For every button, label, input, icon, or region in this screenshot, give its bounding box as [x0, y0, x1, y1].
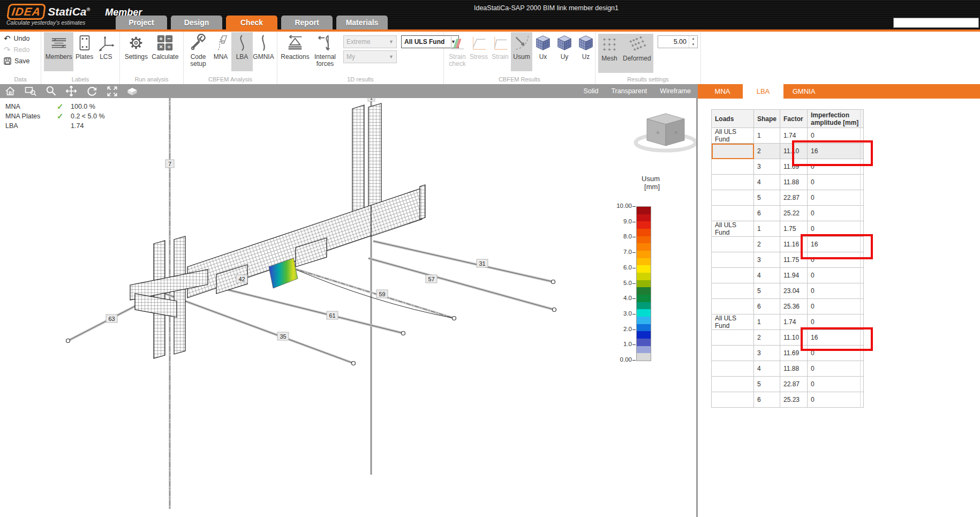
cell-factor[interactable]: 1.74 [780, 128, 808, 144]
cell-factor[interactable]: 1.74 [780, 314, 808, 330]
cell-loads[interactable]: All ULS Fund [712, 128, 754, 144]
panel-tab-gmnia[interactable]: GMNIA [783, 84, 824, 99]
cell-factor[interactable]: 11.10 [780, 330, 808, 346]
undo-button[interactable]: ↶Undo [4, 33, 37, 43]
view-mode-wireframe[interactable]: Wireframe [660, 87, 691, 95]
rotate-button[interactable] [81, 84, 102, 98]
plates-button[interactable]: Plates [73, 32, 95, 71]
cell-imperfection[interactable]: 0 [808, 159, 864, 175]
cell-imperfection[interactable]: 0 [808, 361, 864, 377]
cell-shape[interactable]: 5 [754, 283, 780, 299]
cell-shape[interactable]: 3 [754, 252, 780, 268]
cell-imperfection[interactable]: 0 [808, 128, 864, 144]
cell-shape[interactable]: 6 [754, 206, 780, 221]
search-input[interactable] [893, 18, 979, 28]
cell-imperfection[interactable]: 0 [808, 221, 864, 237]
cell-loads[interactable] [712, 392, 754, 408]
mna-button[interactable]: MNA [210, 32, 231, 71]
cell-shape[interactable]: 2 [754, 144, 780, 159]
cell-shape[interactable]: 1 [754, 221, 780, 237]
strain-check-button[interactable]: Strain check [447, 32, 468, 71]
cell-factor[interactable]: 25.22 [780, 206, 808, 221]
cell-imperfection[interactable]: 0 [808, 190, 864, 206]
cell-imperfection[interactable]: 0 [808, 283, 864, 299]
cell-factor[interactable]: 11.69 [780, 159, 808, 175]
cell-loads[interactable] [712, 144, 754, 159]
cell-factor[interactable]: 11.88 [780, 361, 808, 377]
cell-imperfection[interactable]: 0 [808, 314, 864, 330]
cell-loads[interactable] [712, 361, 754, 377]
cell-imperfection[interactable]: 16 [808, 144, 864, 159]
cell-shape[interactable]: 5 [754, 377, 780, 392]
cell-loads[interactable] [712, 237, 754, 252]
cell-factor[interactable]: 22.87 [780, 190, 808, 206]
cell-imperfection[interactable]: 16 [808, 237, 864, 252]
cell-loads[interactable] [712, 159, 754, 175]
reactions-button[interactable]: Reactions [280, 32, 310, 71]
panel-tab-mna[interactable]: MNA [702, 84, 743, 99]
cell-shape[interactable]: 3 [754, 159, 780, 175]
cell-factor[interactable]: 11.75 [780, 252, 808, 268]
clipping-box-button[interactable] [122, 84, 142, 98]
cell-shape[interactable]: 2 [754, 237, 780, 252]
cell-shape[interactable]: 5 [754, 190, 780, 206]
tab-check[interactable]: Check [226, 16, 277, 29]
save-button[interactable]: Save [4, 56, 37, 66]
cell-imperfection[interactable]: 0 [808, 299, 864, 314]
my-dropdown[interactable]: My▼ [343, 50, 397, 63]
model-canvas[interactable]: 7 1 42 31 57 59 61 35 63 -X -Y [0, 98, 697, 517]
cell-loads[interactable]: All ULS Fund [712, 314, 754, 330]
uz-button[interactable]: Uz [575, 32, 597, 71]
tab-materials[interactable]: Materials [336, 16, 388, 29]
cell-shape[interactable]: 1 [754, 128, 780, 144]
cell-loads[interactable] [712, 268, 754, 283]
cell-loads[interactable] [712, 299, 754, 314]
redo-button[interactable]: ↷Redo [4, 44, 37, 55]
cell-factor[interactable]: 11.10 [780, 144, 808, 159]
cell-loads[interactable] [712, 283, 754, 299]
cell-factor[interactable]: 11.16 [780, 237, 808, 252]
usum-button[interactable]: Usum [511, 32, 532, 71]
deformation-scale-spinner[interactable]: 5.00 ▲▼ [658, 35, 698, 48]
zoom-window-button[interactable] [20, 84, 41, 98]
cell-imperfection[interactable]: 0 [808, 175, 864, 190]
cell-loads[interactable] [712, 330, 754, 346]
cell-imperfection[interactable]: 16 [808, 330, 864, 346]
internal-forces-button[interactable]: Internal forces [310, 32, 340, 71]
cell-loads[interactable] [712, 346, 754, 361]
cell-imperfection[interactable]: 0 [808, 392, 864, 408]
cell-factor[interactable]: 11.88 [780, 175, 808, 190]
deformed-toggle-button[interactable]: Deformed [621, 34, 653, 71]
cell-loads[interactable] [712, 252, 754, 268]
cell-shape[interactable]: 3 [754, 346, 780, 361]
code-setup-button[interactable]: Code setup [186, 32, 210, 71]
strain-button[interactable]: Strain [489, 32, 511, 71]
view-mode-transparent[interactable]: Transparent [611, 87, 647, 95]
cell-factor[interactable]: 1.75 [780, 221, 808, 237]
cell-loads[interactable] [712, 206, 754, 221]
zoom-button[interactable] [41, 84, 61, 98]
cell-imperfection[interactable]: 0 [808, 252, 864, 268]
cell-factor[interactable]: 25.36 [780, 299, 808, 314]
cell-shape[interactable]: 6 [754, 299, 780, 314]
cell-shape[interactable]: 6 [754, 392, 780, 408]
tab-design[interactable]: Design [171, 16, 222, 29]
lcs-button[interactable]: LCS [95, 32, 117, 71]
cell-loads[interactable] [712, 175, 754, 190]
cell-shape[interactable]: 4 [754, 268, 780, 283]
view-mode-solid[interactable]: Solid [584, 87, 599, 95]
spinner-up-icon[interactable]: ▲ [689, 36, 697, 42]
cell-factor[interactable]: 25.23 [780, 392, 808, 408]
pan-button[interactable] [61, 84, 81, 98]
cell-shape[interactable]: 1 [754, 314, 780, 330]
cell-imperfection[interactable]: 0 [808, 268, 864, 283]
extreme-dropdown[interactable]: Extreme▼ [343, 35, 397, 48]
mesh-toggle-button[interactable]: Mesh [598, 34, 621, 71]
cell-factor[interactable]: 11.94 [780, 268, 808, 283]
cell-imperfection[interactable]: 0 [808, 346, 864, 361]
cell-shape[interactable]: 2 [754, 330, 780, 346]
cell-factor[interactable]: 11.69 [780, 346, 808, 361]
gmnia-button[interactable]: GMNIA [253, 32, 274, 71]
viewport-3d[interactable]: Solid Transparent Wireframe [0, 84, 697, 517]
cell-shape[interactable]: 4 [754, 361, 780, 377]
